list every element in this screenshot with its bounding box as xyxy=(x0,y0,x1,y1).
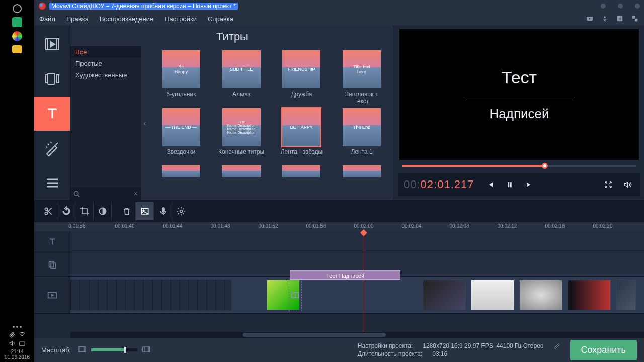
menu-help[interactable]: Справка xyxy=(208,15,233,23)
os-app-icon-2[interactable] xyxy=(12,31,22,41)
title-preset-ribbon-stars[interactable]: BE HAPPY xyxy=(282,108,320,146)
statusbar: Масштаб: Настройки проекта: 644x362 16:… xyxy=(34,338,644,362)
category-all[interactable]: Все xyxy=(70,46,141,58)
title-preset-hexagon[interactable]: Be Happy xyxy=(162,50,200,88)
timeline-ruler[interactable]: 0:01:36 00:01:40 00:01:44 00:01:48 00:01… xyxy=(34,222,644,231)
window-maximize-icon[interactable] xyxy=(618,4,623,9)
titles-grid: Be Happy6-угольник SUB TITLEАлмаз FRIEND… xyxy=(149,46,394,200)
window-close-icon[interactable] xyxy=(635,4,640,9)
transition-element[interactable] xyxy=(289,279,302,311)
title-preset-ribbon-1[interactable]: The End xyxy=(343,108,381,146)
zoom-out-icon[interactable] xyxy=(78,346,86,354)
title-preset-header-text[interactable]: Title text here xyxy=(343,50,381,88)
zoom-in-icon[interactable] xyxy=(142,346,150,354)
volume-icon[interactable] xyxy=(9,340,16,347)
title-clip[interactable]: Тест Надписей xyxy=(290,270,400,280)
os-start-icon[interactable] xyxy=(13,4,22,13)
window-minimize-icon[interactable] xyxy=(601,4,606,9)
track-video[interactable]: Тест Надписей xyxy=(34,277,644,314)
record-audio-button[interactable] xyxy=(154,202,172,220)
svg-rect-29 xyxy=(295,293,299,298)
tool-titles[interactable] xyxy=(34,97,70,131)
video-clip-2[interactable] xyxy=(423,280,466,310)
share-icon[interactable] xyxy=(631,15,639,23)
menu-edit[interactable]: Правка xyxy=(66,15,89,23)
category-list: Все Простые Художественные × xyxy=(70,46,141,200)
project-settings-value: 644x362 16:9 29.97 FPS, 44100 Гц Стерео xyxy=(423,342,543,349)
youtube-icon[interactable] xyxy=(586,15,594,23)
title-preset-more-1[interactable] xyxy=(162,165,200,177)
save-button[interactable]: Сохранить xyxy=(570,340,637,360)
video-clip-6[interactable] xyxy=(616,280,636,310)
category-search[interactable]: × xyxy=(70,187,141,200)
crop-button[interactable] xyxy=(75,202,94,220)
scrollbar-thumb[interactable] xyxy=(243,333,386,337)
svg-rect-16 xyxy=(508,182,510,188)
fullscreen-button[interactable] xyxy=(601,177,616,192)
wifi-icon[interactable] xyxy=(19,331,26,338)
svg-rect-23 xyxy=(162,208,164,213)
svg-rect-11 xyxy=(57,39,59,50)
settings-button[interactable] xyxy=(172,202,190,220)
title-preset-credits[interactable]: Title Name Description Name Description … xyxy=(222,108,261,146)
vk-icon[interactable]: B xyxy=(616,15,624,23)
properties-button[interactable] xyxy=(136,202,154,220)
svg-point-4 xyxy=(604,16,606,18)
next-button[interactable] xyxy=(522,177,537,192)
tool-effects[interactable] xyxy=(34,131,70,165)
svg-text:B: B xyxy=(619,17,621,21)
title-preset-more-2[interactable] xyxy=(222,165,261,177)
seek-knob[interactable] xyxy=(542,163,548,169)
titlebar: Movavi СлайдШОУ – 7-дневная пробная верс… xyxy=(34,0,644,12)
os-app-icon-3[interactable] xyxy=(12,45,22,53)
preview-text-2: Надписей xyxy=(490,106,549,122)
tool-filters[interactable] xyxy=(34,62,70,97)
color-button[interactable] xyxy=(94,202,112,220)
odnoklassniki-icon[interactable] xyxy=(601,15,609,23)
timeline: 0:01:36 00:01:40 00:01:44 00:01:48 00:01… xyxy=(34,222,644,338)
project-settings-label: Настройки проекта: xyxy=(358,342,413,349)
cut-button[interactable] xyxy=(39,202,57,220)
os-more-icon[interactable] xyxy=(2,326,32,328)
title-preset-more-4[interactable] xyxy=(343,165,381,177)
title-preset-friendship[interactable]: FRIENDSHIP xyxy=(282,50,320,88)
title-preset-diamond[interactable]: SUB TITLE xyxy=(222,50,261,88)
title-preset-more-3[interactable] xyxy=(282,165,320,177)
timeline-toolbar xyxy=(34,200,644,222)
pause-button[interactable] xyxy=(502,177,517,192)
title-preset-stars[interactable]: — THE END — xyxy=(162,108,200,146)
edit-settings-icon[interactable] xyxy=(554,342,561,349)
svg-rect-30 xyxy=(78,347,86,352)
video-clip-5[interactable] xyxy=(568,280,611,310)
tool-more[interactable] xyxy=(34,165,70,200)
category-artistic[interactable]: Художественные xyxy=(70,69,141,81)
blank-clip[interactable] xyxy=(70,280,231,310)
zoom-slider[interactable] xyxy=(91,348,137,351)
rotate-button[interactable] xyxy=(57,202,75,220)
app-icon xyxy=(38,2,46,10)
playhead[interactable] xyxy=(364,231,364,332)
preview-divider xyxy=(464,97,575,97)
preview-viewport[interactable]: Тест Надписей xyxy=(399,29,639,160)
seek-bar[interactable] xyxy=(403,162,636,170)
delete-button[interactable] xyxy=(118,202,136,220)
menu-file[interactable]: Файл xyxy=(39,15,55,23)
category-simple[interactable]: Простые xyxy=(70,58,141,69)
prev-button[interactable] xyxy=(482,177,497,192)
tool-media[interactable] xyxy=(34,27,70,62)
attachment-icon[interactable] xyxy=(9,331,16,338)
search-clear-icon[interactable]: × xyxy=(134,190,138,198)
os-app-icon-1[interactable] xyxy=(12,17,22,27)
volume-button[interactable] xyxy=(620,177,635,192)
keyboard-icon[interactable] xyxy=(19,340,26,347)
video-clip-3[interactable] xyxy=(471,280,514,310)
video-clip-4[interactable] xyxy=(519,280,562,310)
svg-point-2 xyxy=(40,4,43,7)
collapse-handle[interactable]: ‹ xyxy=(141,46,149,200)
timeline-scrollbar[interactable] xyxy=(70,332,644,338)
svg-rect-32 xyxy=(143,347,150,352)
track-titles[interactable] xyxy=(34,231,644,252)
menu-playback[interactable]: Воспроизведение xyxy=(100,15,153,23)
menu-settings[interactable]: Настройки xyxy=(165,15,197,23)
os-clock: 21:14 xyxy=(2,349,32,354)
